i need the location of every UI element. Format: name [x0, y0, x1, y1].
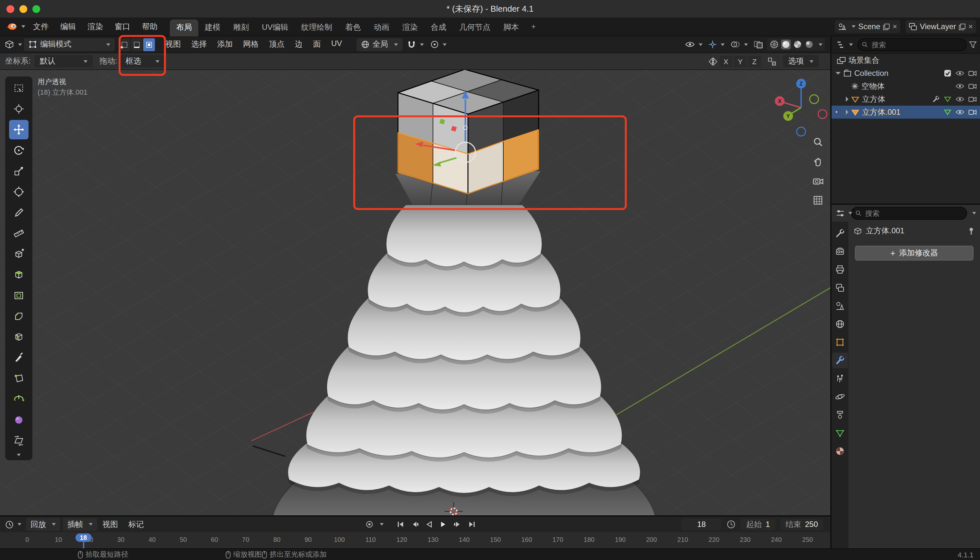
- next-keyframe-button[interactable]: [451, 518, 464, 530]
- properties-tab-world[interactable]: [832, 316, 848, 332]
- spin-tool-button[interactable]: [9, 390, 28, 409]
- auto-key-toggle[interactable]: [363, 518, 376, 530]
- current-frame-field[interactable]: 18: [682, 518, 722, 530]
- bevel-tool-button[interactable]: [9, 307, 28, 326]
- blender-logo-menu[interactable]: [4, 21, 27, 32]
- rendered-shading-button[interactable]: [804, 40, 814, 49]
- face-select-button[interactable]: [143, 38, 155, 51]
- keying-dropdown[interactable]: 插帧: [63, 518, 97, 531]
- properties-tab-object[interactable]: [832, 335, 848, 350]
- jump-to-start-button[interactable]: [394, 518, 407, 530]
- properties-tab-particles[interactable]: [832, 371, 848, 386]
- close-window-button[interactable]: [7, 5, 14, 13]
- auto-key-dropdown[interactable]: [380, 523, 384, 526]
- expand-icon[interactable]: [846, 110, 848, 115]
- transform-tool-button[interactable]: [9, 182, 28, 202]
- object-visibility-dropdown[interactable]: [683, 40, 705, 49]
- properties-tab-modifiers[interactable]: [832, 353, 848, 368]
- pin-icon[interactable]: [968, 227, 975, 235]
- add-workspace-button[interactable]: +: [525, 21, 542, 32]
- workspace-tab[interactable]: UV编辑: [255, 19, 295, 36]
- box-select-tool-button[interactable]: [9, 78, 28, 98]
- end-frame-field[interactable]: 结束 250: [780, 518, 823, 530]
- edit-cube[interactable]: [398, 70, 538, 194]
- new-viewlayer-icon[interactable]: [958, 23, 966, 30]
- zoom-tool-icon[interactable]: [811, 135, 825, 149]
- extrude-region-tool-button[interactable]: [9, 265, 28, 285]
- inset-faces-tool-button[interactable]: [9, 286, 28, 305]
- viewport-menu-item[interactable]: UV: [326, 37, 347, 52]
- start-frame-field[interactable]: 起始 1: [741, 518, 775, 530]
- measure-tool-button[interactable]: [9, 223, 28, 243]
- timeline-marker-menu[interactable]: 标记: [123, 517, 149, 532]
- mirror-axis-button[interactable]: Y: [734, 55, 747, 67]
- coord-system-dropdown[interactable]: 默认: [35, 55, 93, 67]
- cursor-tool-button[interactable]: [9, 99, 28, 118]
- solid-shading-button[interactable]: [781, 40, 791, 49]
- viewport-menu-item[interactable]: 边: [290, 37, 308, 52]
- rotate-tool-button[interactable]: [9, 141, 28, 160]
- hide-eye-icon[interactable]: [955, 109, 965, 115]
- shear-tool-button[interactable]: [9, 431, 28, 450]
- outliner-row-cube[interactable]: 立方体: [832, 93, 980, 106]
- workspace-tab[interactable]: 动画: [367, 19, 396, 36]
- workspace-tab[interactable]: 脚本: [497, 19, 525, 36]
- workspace-tab[interactable]: 着色: [339, 19, 367, 36]
- properties-tab-view-layer[interactable]: [832, 280, 848, 295]
- outliner-search-input[interactable]: [870, 40, 962, 49]
- properties-tab-material[interactable]: [832, 443, 848, 459]
- loop-cut-tool-button[interactable]: [9, 327, 28, 347]
- tool-shelf-expand[interactable]: [7, 452, 30, 458]
- properties-tab-constraints[interactable]: [832, 407, 848, 423]
- filter-icon[interactable]: [969, 41, 977, 48]
- knife-tool-button[interactable]: [9, 348, 28, 368]
- move-tool-button[interactable]: [9, 120, 28, 139]
- remove-viewlayer-icon[interactable]: ×: [968, 23, 973, 30]
- workspace-tab[interactable]: 建模: [198, 19, 227, 36]
- workspace-tab[interactable]: 合成: [424, 19, 453, 36]
- pan-tool-icon[interactable]: [811, 154, 825, 168]
- editor-type-button[interactable]: [3, 39, 24, 50]
- edge-select-button[interactable]: [131, 38, 143, 51]
- outliner-search[interactable]: [858, 38, 967, 51]
- timeline-view-menu[interactable]: 视图: [97, 517, 123, 532]
- snap-toggle[interactable]: [405, 38, 425, 50]
- timeline-ruler[interactable]: 0102030405060708090100110120130140150160…: [0, 532, 830, 549]
- hide-eye-icon[interactable]: [955, 70, 965, 77]
- mirror-axis-button[interactable]: X: [720, 55, 732, 67]
- gizmos-dropdown[interactable]: [707, 39, 727, 50]
- vertex-select-button[interactable]: [118, 38, 130, 51]
- snap-options-icon[interactable]: [767, 57, 777, 66]
- preview-range-icon[interactable]: [727, 520, 736, 529]
- properties-tab-render[interactable]: [832, 244, 848, 259]
- smooth-tool-button[interactable]: [9, 410, 28, 430]
- proportional-edit-toggle[interactable]: [428, 39, 448, 50]
- playhead-line[interactable]: [83, 541, 84, 549]
- wireframe-shading-button[interactable]: [769, 40, 779, 49]
- camera-view-icon[interactable]: [811, 174, 825, 188]
- outliner-row-cube-001[interactable]: • 立方体.001: [832, 106, 980, 118]
- axis-x-neg-ball[interactable]: [818, 110, 827, 118]
- transform-orientation-dropdown[interactable]: 全局: [356, 38, 402, 51]
- menu-item[interactable]: 文件: [27, 20, 55, 33]
- properties-search-input[interactable]: [864, 209, 962, 218]
- viewport-menu-item[interactable]: 视图: [160, 37, 186, 52]
- scene-selector[interactable]: Scene ×: [835, 20, 900, 33]
- properties-tab-object-data[interactable]: [832, 425, 848, 441]
- menu-item[interactable]: 窗口: [109, 20, 136, 33]
- render-camera-icon[interactable]: [968, 109, 977, 115]
- viewport-menu-item[interactable]: 添加: [212, 37, 238, 52]
- render-camera-icon[interactable]: [968, 83, 977, 90]
- workspace-tab[interactable]: 渲染: [396, 19, 424, 36]
- overlays-dropdown[interactable]: [728, 40, 750, 49]
- unlink-scene-icon[interactable]: ×: [892, 23, 897, 30]
- playback-dropdown[interactable]: 回放: [26, 518, 60, 531]
- select-box-dropdown[interactable]: 框选: [120, 55, 164, 67]
- mode-dropdown[interactable]: 编辑模式: [24, 38, 115, 51]
- new-scene-icon[interactable]: [883, 23, 890, 30]
- tree-object[interactable]: [272, 205, 657, 515]
- prev-keyframe-button[interactable]: [408, 518, 421, 530]
- workspace-tab[interactable]: 几何节点: [453, 19, 497, 36]
- outliner-editor-type-button[interactable]: [835, 40, 855, 50]
- collapse-icon[interactable]: [835, 72, 841, 75]
